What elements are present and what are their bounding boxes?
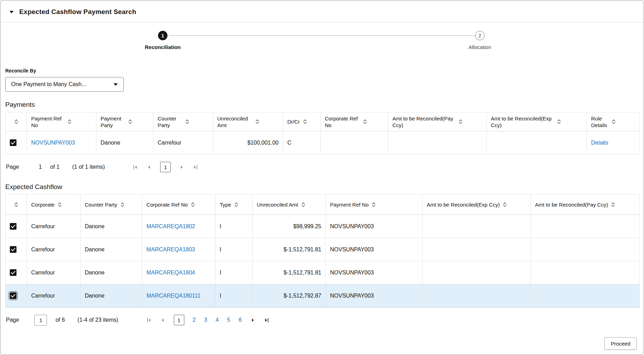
- column-label: Corporate Ref No: [146, 201, 188, 208]
- pagination-controls: 1 2 3 4 5 6: [146, 315, 269, 325]
- amt-reconciled-exp-ccy-cell: [487, 131, 587, 154]
- column-label: Payment Ref No: [31, 115, 64, 128]
- payments-header-row: Payment Ref No Payment Party Counter Par…: [6, 112, 640, 131]
- row-checkbox[interactable]: [10, 292, 16, 299]
- cashflow-select-all-header[interactable]: [6, 195, 27, 215]
- page-4-link[interactable]: 4: [215, 317, 219, 323]
- sort-icon: [14, 202, 18, 207]
- corporate-ref-no-link[interactable]: MARCAREQA1803: [146, 246, 195, 252]
- counter-party-cell: Danone: [81, 284, 142, 307]
- payments-col-amt-reconciled-exp-ccy[interactable]: Amt to be Reconciled(Exp Ccy): [487, 112, 587, 131]
- page-2-link[interactable]: 2: [193, 317, 196, 323]
- last-page-icon[interactable]: [193, 165, 198, 170]
- page-number: 1: [39, 164, 42, 170]
- payments-col-rule-details[interactable]: Rule Details: [587, 112, 640, 131]
- cashflow-row: Carrefour Danone MARCAREQA1803 I $-1,512…: [6, 238, 640, 261]
- first-page-icon[interactable]: [133, 165, 138, 170]
- expected-cashflow-section-title: Expected Cashflow: [5, 183, 644, 191]
- page-title: Expected Cashflow Payment Search: [19, 8, 136, 16]
- corporate-ref-no-link[interactable]: MARCAREQA1804: [146, 270, 195, 276]
- reconcile-by-value: One Payment to Many Cash...: [11, 81, 86, 88]
- dropdown-caret-icon: [114, 83, 118, 86]
- first-page-icon[interactable]: [146, 318, 152, 323]
- step-2-indicator[interactable]: 2: [475, 31, 485, 40]
- type-cell: I: [215, 238, 253, 261]
- payments-table: Payment Ref No Payment Party Counter Par…: [5, 112, 640, 154]
- corporate-ref-no-link[interactable]: MARCAREQA1802: [146, 223, 195, 229]
- unreconciled-amt-cell: $-1,512,791.81: [253, 238, 326, 261]
- cashflow-col-payment-ref-no[interactable]: Payment Ref No: [326, 195, 423, 215]
- corporate-ref-no-link[interactable]: MARCAREQA180111: [146, 293, 200, 299]
- payments-col-counter-party[interactable]: Counter Party: [153, 112, 213, 131]
- payment-ref-no-cell: NOVSUNPAY003: [326, 261, 423, 284]
- page-3-link[interactable]: 3: [204, 317, 207, 323]
- payments-col-unreconciled-amt[interactable]: Unreconciled Amt: [213, 112, 283, 131]
- page-input[interactable]: [34, 315, 47, 326]
- sort-icon: [303, 119, 307, 124]
- collapse-caret-icon[interactable]: [9, 11, 14, 13]
- step-allocation: 2 Allocation: [475, 31, 485, 40]
- cashflow-col-type[interactable]: Type: [215, 195, 253, 215]
- page-5-link[interactable]: 5: [227, 317, 230, 323]
- rule-details-link[interactable]: Details: [591, 140, 608, 146]
- cashflow-col-amt-reconciled-exp-ccy[interactable]: Amt to be Reconciled(Exp Ccy): [423, 195, 531, 215]
- dr-cr-cell: C: [283, 131, 321, 154]
- amt-reconciled-exp-ccy-cell: [423, 261, 531, 284]
- payments-select-all-header[interactable]: [6, 112, 27, 131]
- corporate-cell: Carrefour: [27, 284, 81, 307]
- payments-row: NOVSUNPAY003 Danone Carrefour $100,001.0…: [6, 131, 640, 154]
- counter-party-cell: Carrefour: [153, 131, 213, 154]
- cashflow-col-unreconciled-amt[interactable]: Unreconciled Amt: [253, 195, 326, 215]
- row-checkbox[interactable]: [10, 139, 16, 146]
- row-checkbox[interactable]: [10, 246, 16, 253]
- next-page-icon[interactable]: [179, 165, 184, 170]
- step-2-label: Allocation: [468, 44, 491, 50]
- cashflow-col-counter-party[interactable]: Counter Party: [81, 195, 142, 215]
- cashflow-paginator: Page of 6 (1-4 of 23 items) 1 2 3 4 5 6: [6, 313, 644, 327]
- header-divider: [0, 22, 644, 22]
- sort-icon: [234, 202, 238, 207]
- step-1-indicator[interactable]: 1: [158, 31, 167, 40]
- cashflow-col-corporate-ref-no[interactable]: Corporate Ref No: [142, 195, 215, 215]
- reconcile-by-select[interactable]: One Payment to Many Cash...: [5, 77, 124, 92]
- payments-col-payment-ref-no[interactable]: Payment Ref No: [27, 112, 96, 131]
- cashflow-header-row: Corporate Counter Party Corporate Ref No…: [6, 195, 640, 215]
- previous-page-icon[interactable]: [146, 165, 152, 170]
- last-page-icon[interactable]: [264, 318, 269, 323]
- counter-party-cell: Danone: [81, 215, 142, 238]
- unreconciled-amt-cell: $98,999.25: [253, 215, 326, 238]
- previous-page-icon[interactable]: [160, 318, 165, 323]
- corporate-ref-no-cell: [321, 131, 388, 154]
- expected-cashflow-payment-search-panel: Expected Cashflow Payment Search 1 Recon…: [0, 0, 644, 355]
- payment-ref-no-link[interactable]: NOVSUNPAY003: [31, 140, 75, 146]
- sort-icon: [14, 119, 18, 124]
- column-label: Dr/Cr: [287, 118, 300, 125]
- page-of-label: of 1: [50, 164, 60, 170]
- cashflow-col-corporate[interactable]: Corporate: [27, 195, 81, 215]
- column-label: Corporate: [31, 201, 55, 208]
- row-checkbox[interactable]: [10, 269, 16, 276]
- sort-icon: [301, 202, 305, 207]
- payments-col-payment-party[interactable]: Payment Party: [96, 112, 153, 131]
- next-page-icon[interactable]: [250, 318, 255, 323]
- page-of-label: of 6: [55, 317, 65, 323]
- payments-col-dr-cr[interactable]: Dr/Cr: [283, 112, 321, 131]
- column-label: Type: [220, 201, 231, 208]
- column-label: Amt to be Reconciled(Exp Ccy): [427, 201, 500, 208]
- cashflow-col-amt-reconciled-pay-ccy[interactable]: Amt to be Reconciled(Pay Ccy): [531, 195, 640, 215]
- amt-reconciled-pay-ccy-cell: [531, 284, 640, 307]
- amt-reconciled-exp-ccy-cell: [423, 284, 531, 307]
- sort-icon: [128, 119, 132, 124]
- stepper: 1 Reconciliation 2 Allocation: [0, 31, 644, 61]
- current-page-button[interactable]: 1: [160, 162, 171, 172]
- pagination-controls: 1: [133, 162, 198, 172]
- page-6-link[interactable]: 6: [239, 317, 242, 323]
- amt-reconciled-pay-ccy-cell: [531, 238, 640, 261]
- payments-col-amt-reconciled-pay-ccy[interactable]: Amt to be Reconciled(Pay Ccy): [388, 112, 487, 131]
- payments-col-corporate-ref-no[interactable]: Corporate Ref No: [321, 112, 388, 131]
- proceed-button[interactable]: Proceed: [604, 337, 637, 350]
- row-checkbox[interactable]: [10, 223, 16, 230]
- sort-icon: [459, 119, 463, 124]
- column-label: Payment Party: [101, 115, 125, 128]
- current-page-button[interactable]: 1: [174, 315, 184, 325]
